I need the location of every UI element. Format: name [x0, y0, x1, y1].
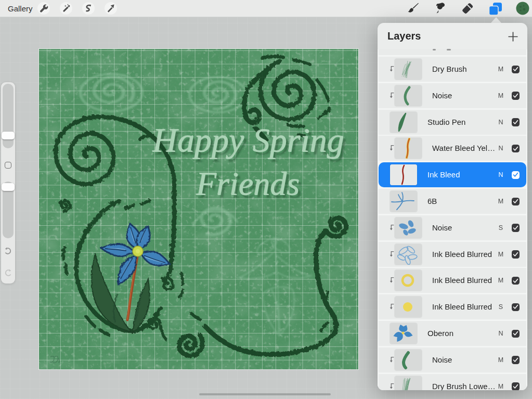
svg-text:Happy Spring: Happy Spring	[152, 121, 344, 159]
svg-text:Friends: Friends	[196, 165, 300, 202]
